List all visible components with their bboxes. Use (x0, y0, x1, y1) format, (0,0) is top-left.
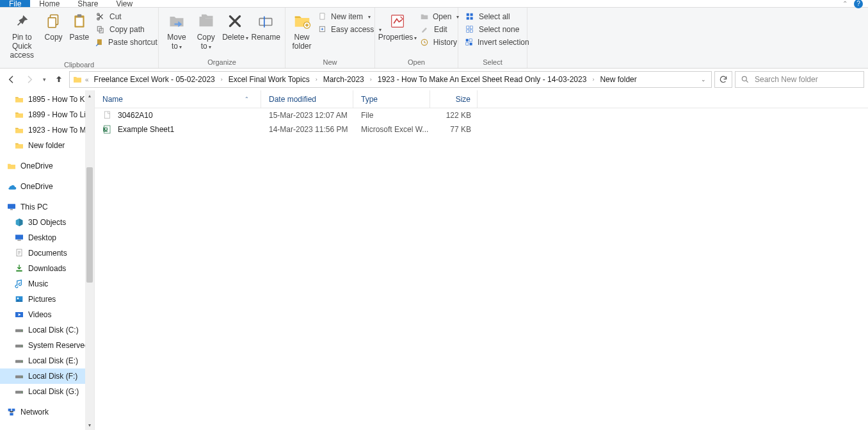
desktop-icon (14, 233, 24, 243)
sidebar-item-17[interactable]: Local Disk (F:) (0, 368, 94, 384)
sidebar-item-14[interactable]: Local Disk (C:) (0, 322, 94, 338)
easy-access-button[interactable]: Easy access▾ (316, 24, 371, 35)
ribbon-collapse-icon[interactable]: ⌃ (842, 0, 848, 7)
paste-button[interactable]: Paste (67, 10, 92, 60)
open-button[interactable]: Open▾ (417, 11, 460, 22)
breadcrumb-1[interactable]: Excel Final Work Topics (226, 75, 312, 84)
navigation-pane: 1895 - How To K1899 - How To Li1923 - Ho… (0, 90, 95, 430)
sidebar-item-3[interactable]: New folder (0, 138, 94, 153)
recent-locations-button[interactable]: ▾ (40, 72, 49, 87)
paste-shortcut-button[interactable]: Paste shortcut (93, 37, 154, 48)
folder-icon (14, 140, 24, 151)
paste-shortcut-icon (95, 37, 104, 47)
svg-rect-19 (467, 17, 469, 20)
delete-button[interactable]: Delete▾ (221, 10, 250, 57)
sidebar-item-label: Network (20, 408, 49, 417)
invert-selection-button[interactable]: Invert selection (462, 37, 529, 48)
sidebar-item-10[interactable]: Downloads (0, 261, 94, 276)
search-input[interactable] (755, 75, 858, 84)
scroll-up-icon[interactable]: ▴ (85, 90, 94, 101)
file-row[interactable]: XExample Sheet114-Mar-2023 11:56 PMMicro… (95, 122, 868, 136)
sidebar-item-13[interactable]: Videos (0, 307, 94, 322)
sidebar-item-9[interactable]: Documents (0, 245, 94, 261)
sidebar-item-16[interactable]: Local Disk (E:) (0, 353, 94, 368)
select-none-icon (465, 24, 475, 35)
sidebar-item-4[interactable]: OneDrive (0, 158, 94, 174)
new-item-button[interactable]: New item▾ (316, 11, 371, 22)
file-row[interactable]: 30462A1015-Mar-2023 12:07 AMFile122 KB (95, 108, 868, 122)
sidebar-item-0[interactable]: 1895 - How To K (0, 92, 94, 107)
svg-rect-13 (320, 13, 325, 19)
column-date-modified[interactable]: Date modified (261, 90, 353, 108)
svg-rect-30 (8, 204, 15, 208)
breadcrumb-0[interactable]: Freelance Excel Work - 05-02-2023 (92, 75, 218, 84)
file-type: File (353, 111, 430, 120)
column-size[interactable]: Size (430, 90, 478, 108)
sidebar-item-7[interactable]: 3D Objects (0, 215, 94, 230)
history-button[interactable]: History (417, 37, 460, 48)
sidebar-item-label: Documents (28, 249, 67, 258)
sidebar-scrollbar[interactable]: ▴ ▾ (85, 90, 94, 430)
sidebar-item-18[interactable]: Local Disk (G:) (0, 384, 94, 399)
help-icon[interactable]: ? (854, 0, 863, 8)
folder-icon (72, 74, 83, 85)
back-button[interactable] (4, 72, 19, 87)
breadcrumb-4[interactable]: New folder (597, 75, 639, 84)
copy-path-button[interactable]: Copy path (93, 24, 154, 35)
properties-button[interactable]: Properties▾ (379, 10, 416, 57)
sidebar-item-15[interactable]: System Reservec (0, 338, 94, 353)
sidebar-item-11[interactable]: Music (0, 276, 94, 292)
tab-home[interactable]: Home (30, 0, 68, 7)
scroll-down-icon[interactable]: ▾ (85, 420, 94, 430)
svg-rect-25 (466, 39, 469, 42)
sidebar-item-6[interactable]: This PC (0, 199, 94, 215)
refresh-button[interactable] (714, 71, 732, 88)
pin-to-quick-access-button[interactable]: Pin to Quick access (4, 10, 40, 60)
breadcrumb-2[interactable]: March-2023 (321, 75, 367, 84)
address-bar[interactable]: « Freelance Excel Work - 05-02-2023› Exc… (69, 71, 712, 88)
select-none-button[interactable]: Select none (462, 24, 529, 35)
sidebar-item-12[interactable]: Pictures (0, 292, 94, 307)
copy-to-icon (196, 11, 216, 31)
column-name[interactable]: Name⌃ (95, 90, 261, 108)
tab-share[interactable]: Share (68, 0, 107, 7)
rename-button[interactable]: Rename (250, 10, 281, 57)
cut-button[interactable]: Cut (93, 11, 154, 22)
objects3d-icon (14, 217, 24, 227)
new-folder-button[interactable]: New folder (289, 10, 314, 57)
copy-button[interactable]: Copy (41, 10, 65, 60)
file-size: 122 KB (430, 111, 478, 120)
move-to-button[interactable]: Move to▾ (163, 10, 191, 57)
sidebar-item-2[interactable]: 1923 - How To M (0, 122, 94, 138)
navigation-bar: ▾ « Freelance Excel Work - 05-02-2023› E… (0, 69, 868, 90)
address-dropdown-icon[interactable]: ⌄ (701, 76, 706, 83)
svg-rect-51 (10, 413, 13, 415)
edit-button[interactable]: Edit (417, 24, 460, 35)
sidebar-item-5[interactable]: OneDrive (0, 179, 94, 194)
drive-icon (14, 340, 24, 351)
tab-file[interactable]: File (0, 0, 30, 7)
svg-rect-1 (48, 18, 56, 28)
excel-file-icon: X (102, 124, 113, 135)
copy-to-button[interactable]: Copy to▾ (192, 10, 220, 57)
new-item-icon (318, 12, 327, 22)
forward-button[interactable] (22, 72, 37, 87)
svg-rect-52 (104, 112, 109, 119)
select-all-button[interactable]: Select all (462, 11, 529, 22)
sidebar-item-19[interactable]: Network (0, 404, 94, 420)
delete-icon (225, 11, 245, 31)
sidebar-item-label: Desktop (28, 233, 56, 242)
svg-rect-15 (392, 15, 404, 28)
breadcrumb-3[interactable]: 1923 - How To Make An Excel Sheet Read O… (375, 75, 590, 84)
file-date: 14-Mar-2023 11:56 PM (261, 125, 353, 134)
svg-rect-33 (17, 240, 20, 240)
up-button[interactable] (51, 72, 67, 87)
column-type[interactable]: Type (353, 90, 430, 108)
group-label-organize: Organize (163, 57, 281, 68)
scroll-thumb[interactable] (86, 167, 93, 283)
folder-icon (14, 125, 24, 135)
sidebar-item-8[interactable]: Desktop (0, 230, 94, 245)
search-box[interactable] (735, 71, 864, 88)
sidebar-item-1[interactable]: 1899 - How To Li (0, 107, 94, 122)
tab-view[interactable]: View (107, 0, 141, 7)
